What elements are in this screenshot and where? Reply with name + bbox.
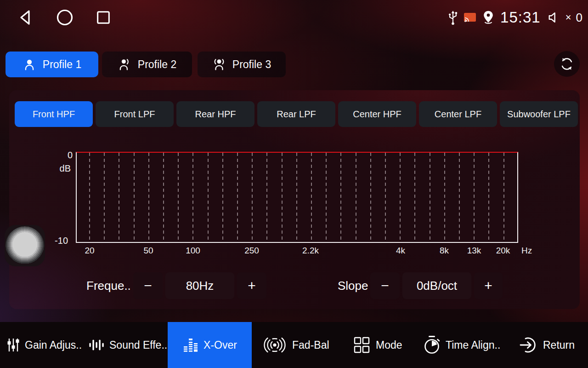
- nav-x-over[interactable]: X-Over: [168, 322, 252, 368]
- clock: 15:31: [500, 9, 541, 26]
- profile-2-user-icon: [118, 58, 131, 71]
- home-icon: [56, 8, 74, 27]
- cast-icon: [464, 12, 476, 23]
- frequency-minus-button[interactable]: −: [133, 272, 163, 299]
- profile-3-button[interactable]: Profile 3: [198, 52, 286, 77]
- minus-icon: −: [381, 278, 389, 293]
- tab-label: Center HPF: [353, 109, 401, 120]
- profile-1-label: Profile 1: [43, 58, 81, 71]
- volume-level: 0: [576, 11, 582, 25]
- minus-icon: −: [144, 278, 152, 293]
- tab-rear-hpf[interactable]: Rear HPF: [176, 101, 254, 127]
- slope-value: 0dB/oct: [402, 272, 471, 299]
- profile-1-button[interactable]: Profile 1: [6, 52, 98, 77]
- nav-gain-adjust[interactable]: Gain Adjus..: [6, 322, 82, 368]
- slope-minus-button[interactable]: −: [370, 272, 400, 299]
- head-unit-screen: 15:31 × 0 Profile 1 Profile 2 Profile 3: [0, 0, 588, 368]
- frequency-label: Freque..: [86, 272, 131, 299]
- tab-label: Center LPF: [435, 109, 481, 120]
- nav-label: Return: [543, 339, 575, 351]
- recents-button[interactable]: [93, 7, 113, 28]
- location-icon: [481, 10, 496, 25]
- refresh-icon: [559, 56, 575, 72]
- tab-label: Rear HPF: [195, 109, 236, 120]
- tab-center-lpf[interactable]: Center LPF: [419, 101, 497, 127]
- profile-3-label: Profile 3: [232, 58, 271, 71]
- tab-subwoofer-lpf[interactable]: Subwoofer LPF: [500, 101, 578, 127]
- plus-icon: +: [484, 278, 492, 293]
- frequency-value: 80Hz: [165, 272, 234, 299]
- nav-sound-effect[interactable]: Sound Effe..: [88, 322, 167, 368]
- xover-panel: Front HPF Front LPF Rear HPF Rear LPF Ce…: [9, 90, 580, 309]
- chart-gridlines: [77, 153, 517, 242]
- x-tick-20: 20: [85, 246, 94, 256]
- x-tick-20k: 20k: [496, 246, 510, 256]
- fad-bal-speaker-icon: [262, 335, 288, 355]
- x-tick-13k: 13k: [467, 246, 481, 256]
- y-tick-0: 0: [47, 150, 73, 161]
- bottom-nav-bar: Gain Adjus.. Sound Effe..: [0, 322, 588, 368]
- x-tick-2k2: 2.2k: [302, 246, 319, 256]
- usb-icon: [447, 10, 459, 25]
- slope-label: Slope: [338, 272, 368, 299]
- time-align-clock-icon: [423, 335, 441, 355]
- nav-mode[interactable]: Mode: [352, 322, 402, 368]
- frequency-response-chart: [76, 152, 518, 243]
- x-tick-50: 50: [143, 246, 153, 256]
- sync-profiles-button[interactable]: [554, 51, 580, 77]
- tab-front-hpf[interactable]: Front HPF: [15, 101, 93, 127]
- x-tick-8k: 8k: [440, 246, 449, 256]
- tab-center-hpf[interactable]: Center HPF: [338, 101, 416, 127]
- nav-time-align[interactable]: Time Align..: [423, 322, 500, 368]
- xover-eq-icon: [182, 337, 199, 353]
- tab-rear-lpf[interactable]: Rear LPF: [257, 101, 335, 127]
- status-indicators: 15:31 × 0: [447, 0, 582, 35]
- mute-symbol: ×: [565, 12, 571, 23]
- nav-label: Sound Effe..: [109, 339, 167, 351]
- mode-grid-icon: [352, 336, 371, 354]
- nav-fad-bal[interactable]: Fad-Bal: [262, 322, 329, 368]
- tab-front-lpf[interactable]: Front LPF: [96, 101, 174, 127]
- nav-label: Time Align..: [446, 339, 500, 351]
- nav-label: Mode: [376, 339, 402, 351]
- plus-icon: +: [248, 278, 256, 293]
- back-button[interactable]: [16, 7, 36, 28]
- gain-sliders-icon: [6, 337, 20, 353]
- profile-3-user-icon: [212, 58, 226, 71]
- nav-label: Fad-Bal: [292, 339, 329, 351]
- nav-return[interactable]: Return: [519, 322, 575, 368]
- profile-2-button[interactable]: Profile 2: [102, 52, 192, 77]
- slope-plus-button[interactable]: +: [474, 272, 503, 299]
- nav-label: X-Over: [204, 339, 237, 351]
- y-tick-minus10: -10: [42, 236, 68, 246]
- volume-muted-icon: [548, 12, 560, 23]
- x-axis-unit: Hz: [521, 246, 532, 256]
- x-tick-250: 250: [244, 246, 259, 256]
- nav-label: Gain Adjus..: [25, 339, 82, 351]
- x-tick-100: 100: [186, 246, 200, 256]
- profile-1-user-icon: [23, 58, 36, 71]
- frequency-plus-button[interactable]: +: [237, 272, 266, 299]
- recents-icon: [95, 9, 112, 26]
- sound-effect-wave-icon: [88, 338, 105, 352]
- profile-2-label: Profile 2: [138, 58, 176, 71]
- tab-label: Front HPF: [33, 109, 75, 120]
- y-axis-unit: dB: [45, 163, 71, 174]
- return-arrow-icon: [519, 336, 538, 354]
- home-button[interactable]: [55, 7, 75, 28]
- tab-label: Rear LPF: [277, 109, 316, 120]
- back-icon: [17, 8, 35, 27]
- rotary-knob-cap: [6, 226, 44, 265]
- x-tick-4k: 4k: [396, 246, 405, 256]
- tab-label: Front LPF: [114, 109, 155, 120]
- rotary-knob[interactable]: [5, 225, 45, 266]
- tab-label: Subwoofer LPF: [507, 109, 571, 120]
